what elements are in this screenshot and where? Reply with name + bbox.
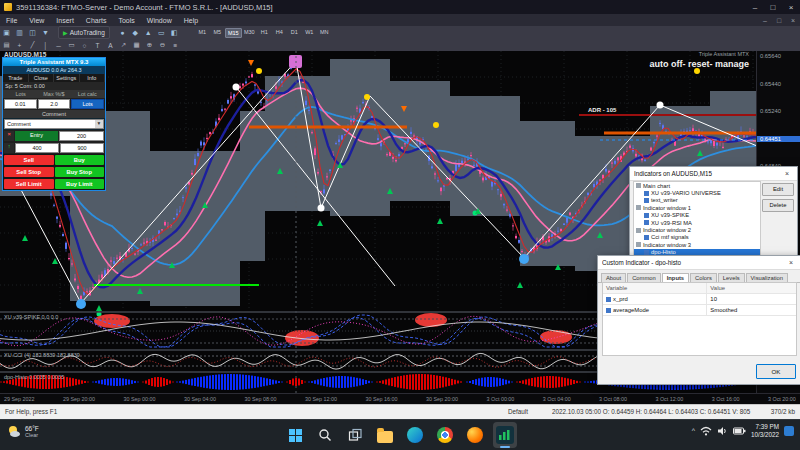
timeframe-button[interactable]: M1	[195, 28, 210, 38]
drawing-tool-icon[interactable]: ▭	[66, 41, 77, 49]
maximize-button[interactable]: □	[764, 3, 782, 12]
timeframe-button[interactable]: H4	[272, 28, 287, 38]
sell-button[interactable]: Sell	[4, 155, 54, 165]
timeframe-button[interactable]: H1	[257, 28, 272, 38]
dialog-tab[interactable]: Inputs	[662, 273, 689, 282]
buy-limit-button[interactable]: Buy Limit	[55, 179, 105, 189]
start-button[interactable]	[283, 422, 307, 448]
tray-chevron-icon[interactable]: ^	[692, 427, 695, 434]
menu-item[interactable]: Insert	[50, 17, 80, 24]
menu-item[interactable]: Window	[141, 17, 178, 24]
search-button[interactable]	[313, 422, 337, 448]
file-explorer-button[interactable]	[373, 422, 397, 448]
tree-item-indicator-window-2[interactable]: Indicator window 2	[634, 226, 760, 233]
firefox-button[interactable]	[463, 422, 487, 448]
tp-input[interactable]: 900	[60, 143, 104, 153]
risk-input[interactable]: 2.0	[38, 99, 71, 109]
dialog-tab[interactable]: Colors	[690, 273, 717, 282]
timeframe-button[interactable]: D1	[287, 28, 302, 38]
tree-item-cci-mtf[interactable]: Cci mtf signals	[634, 234, 760, 241]
sell-stop-button[interactable]: Sell Stop	[4, 167, 54, 177]
tree-item-indicator-window-1[interactable]: Indicator window 1	[634, 204, 760, 211]
timeframe-button[interactable]: M15	[225, 28, 242, 38]
toolbar-icon[interactable]: ◆	[130, 29, 141, 37]
battery-icon[interactable]	[733, 427, 746, 435]
drawing-tool-icon[interactable]: ▦	[131, 41, 142, 49]
tree-item-vario-universe[interactable]: XU v39-VARIO UNIVERSE	[634, 189, 760, 196]
ok-button[interactable]: OK	[756, 364, 796, 379]
panel-tab[interactable]: Info	[80, 74, 106, 82]
panel-tab[interactable]: Trade	[3, 74, 29, 82]
sell-limit-button[interactable]: Sell Limit	[4, 179, 54, 189]
drawing-tool-icon[interactable]: │	[40, 42, 51, 49]
taskbar-clock[interactable]: 7:39 PM 10/3/2022	[751, 423, 779, 439]
cancel-entry-icon[interactable]: ×	[4, 131, 14, 141]
autotrading-button[interactable]: ▶ AutoTrading	[58, 26, 110, 39]
comment-select[interactable]: Comment ▾	[4, 119, 104, 129]
child-minimize-button[interactable]: –	[758, 17, 772, 24]
indicators-dialog-titlebar[interactable]: Indicators on AUDUSD,M15 ×	[630, 167, 797, 181]
menu-item[interactable]: View	[23, 17, 50, 24]
drawing-tool-icon[interactable]: +	[14, 42, 25, 49]
toolbar-icon[interactable]: ▣	[1, 29, 12, 37]
sl-input[interactable]: 400	[15, 143, 59, 153]
lots-input[interactable]: 0.01	[4, 99, 37, 109]
timeframe-button[interactable]: W1	[302, 28, 317, 38]
tree-item-rsi-ma[interactable]: XU v39-RSI MA	[634, 219, 760, 226]
drawing-tool-icon[interactable]: ▤	[1, 41, 12, 49]
toolbar-icon[interactable]: ▥	[14, 29, 25, 37]
table-row[interactable]: x_prd 10	[603, 294, 796, 305]
toolbar-icon[interactable]: ●	[117, 29, 128, 36]
param-value[interactable]: 10	[707, 296, 796, 302]
notification-badge[interactable]	[784, 426, 794, 436]
drawing-tool-icon[interactable]: ↗	[118, 41, 129, 49]
toolbar-icon[interactable]: ◫	[27, 29, 38, 37]
tree-item-spike[interactable]: XU v39-SPIKE	[634, 212, 760, 219]
dialog-tab[interactable]: About	[601, 273, 626, 282]
delete-button[interactable]: Delete	[762, 199, 794, 212]
panel-title[interactable]: Triple Assistant MTX 9.3	[3, 58, 105, 66]
menu-item[interactable]: Tools	[112, 17, 140, 24]
child-close-button[interactable]: ×	[786, 17, 800, 24]
weather-widget[interactable]: 66°F Clear	[6, 424, 39, 439]
task-view-button[interactable]	[343, 422, 367, 448]
status-profile[interactable]: Default	[508, 408, 528, 415]
menu-item[interactable]: File	[0, 17, 23, 24]
volume-icon[interactable]	[717, 426, 728, 436]
tree-item-indicator-window-3[interactable]: Indicator window 3	[634, 241, 760, 248]
time-axis[interactable]: 29 Sep 202229 Sep 20:0030 Sep 00:0030 Se…	[0, 393, 800, 404]
timeframe-button[interactable]: MN	[317, 28, 332, 38]
param-value[interactable]: Smoothed	[707, 307, 796, 313]
drawing-tool-icon[interactable]: A	[105, 42, 116, 49]
lots-button[interactable]: Lots	[71, 99, 104, 109]
child-restore-button[interactable]: □	[772, 17, 786, 24]
edge-button[interactable]	[403, 422, 427, 448]
tree-item-main-chart[interactable]: Main chart	[634, 182, 760, 189]
toolbar-icon[interactable]: ◧	[169, 29, 180, 37]
close-button[interactable]: ×	[782, 3, 800, 12]
timeframe-button[interactable]: M30	[242, 28, 257, 38]
entry-input[interactable]: 200	[59, 131, 104, 141]
menu-item[interactable]: Help	[178, 17, 204, 24]
toolbar-icon[interactable]: ▼	[40, 29, 51, 36]
drawing-tool-icon[interactable]: ⊖	[157, 41, 168, 49]
drawing-tool-icon[interactable]: ○	[79, 42, 90, 49]
custom-dialog-close-icon[interactable]: ×	[785, 259, 797, 266]
drawing-tool-icon[interactable]: ⊕	[144, 41, 155, 49]
dialog-tab[interactable]: Levels	[718, 273, 745, 282]
drawing-tool-icon[interactable]: ≡	[170, 42, 181, 49]
drawing-tool-icon[interactable]: ╱	[27, 41, 38, 49]
edit-button[interactable]: Edit	[762, 183, 794, 196]
dialog-tab[interactable]: Common	[627, 273, 661, 282]
timeframe-button[interactable]: M5	[210, 28, 225, 38]
drawing-tool-icon[interactable]: ─	[53, 42, 64, 49]
toolbar-icon[interactable]: ▲	[143, 29, 154, 36]
buy-button[interactable]: Buy	[55, 155, 105, 165]
tree-item-text-writer[interactable]: text_writer	[634, 197, 760, 204]
toolbar-icon[interactable]: ▭	[156, 29, 167, 37]
panel-tab[interactable]: Settings	[54, 74, 80, 82]
dialog-tab[interactable]: Visualization	[746, 273, 788, 282]
mt5-taskbar-button[interactable]	[493, 422, 517, 448]
table-row[interactable]: averageMode Smoothed	[603, 305, 796, 316]
minimize-button[interactable]: –	[746, 3, 764, 12]
